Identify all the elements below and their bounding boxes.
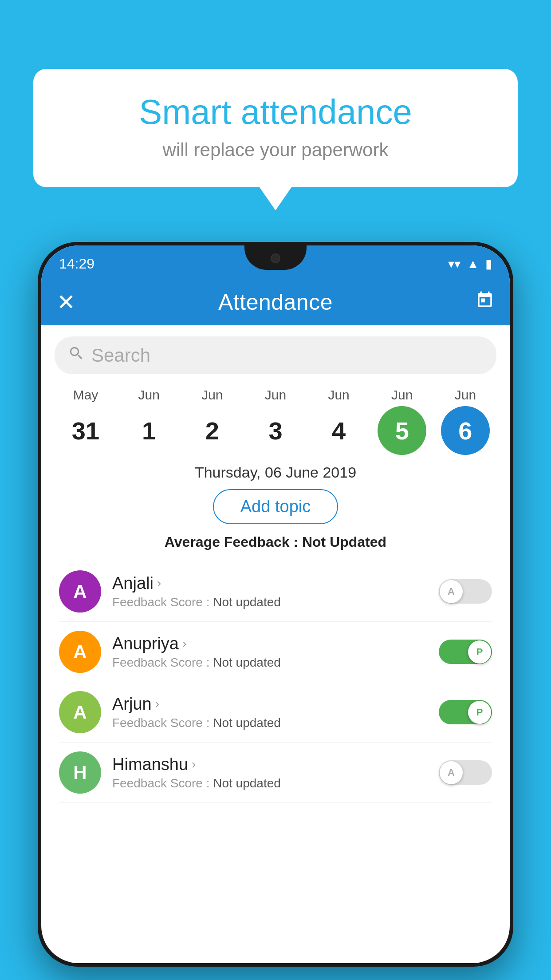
date-cell-jun3[interactable]: Jun 3: [247, 387, 304, 455]
status-icons: ▾▾ ▲ ▮: [448, 257, 492, 271]
app-bar-title: Attendance: [218, 289, 333, 315]
wifi-icon: ▾▾: [448, 257, 460, 271]
avatar-arjun: A: [59, 691, 101, 733]
toggle-anjali[interactable]: A: [439, 579, 492, 604]
student-name-arjun: Arjun ›: [112, 695, 432, 714]
search-icon: [68, 345, 85, 366]
student-name-himanshu: Himanshu ›: [112, 755, 432, 774]
student-info-anupriya[interactable]: Anupriya › Feedback Score : Not updated: [112, 634, 432, 670]
add-topic-button[interactable]: Add topic: [213, 489, 338, 524]
speech-bubble: Smart attendance will replace your paper…: [33, 69, 518, 187]
content-area: Search May 31 Jun 1 Jun 2 Jun 3: [41, 325, 510, 803]
chevron-icon: ›: [155, 697, 159, 711]
phone-screen: 14:29 ▾▾ ▲ ▮ ✕ Attendance: [41, 245, 510, 963]
feedback-score-arjun: Feedback Score : Not updated: [112, 716, 432, 730]
student-name-anjali: Anjali ›: [112, 574, 432, 593]
selected-date: Thursday, 06 June 2019: [55, 464, 496, 481]
avatar-anjali: A: [59, 570, 101, 612]
phone-frame: 14:29 ▾▾ ▲ ▮ ✕ Attendance: [38, 242, 513, 967]
chevron-icon: ›: [182, 636, 186, 651]
student-list: A Anjali › Feedback Score : Not updated …: [55, 561, 496, 803]
feedback-score-anupriya: Feedback Score : Not updated: [112, 656, 432, 670]
date-cell-jun6[interactable]: Jun 6: [437, 387, 494, 455]
calendar-icon[interactable]: [476, 291, 494, 314]
student-row-anjali: A Anjali › Feedback Score : Not updated …: [59, 561, 492, 622]
search-bar[interactable]: Search: [55, 336, 496, 374]
toggle-arjun[interactable]: P: [439, 700, 492, 724]
student-row-arjun: A Arjun › Feedback Score : Not updated P: [59, 682, 492, 743]
date-cell-jun2[interactable]: Jun 2: [183, 387, 241, 455]
average-feedback: Average Feedback : Not Updated: [55, 534, 496, 550]
bubble-subtitle: will replace your paperwork: [60, 139, 491, 161]
battery-icon: ▮: [485, 257, 492, 271]
app-bar: ✕ Attendance: [41, 279, 510, 325]
search-placeholder: Search: [91, 345, 150, 366]
student-info-himanshu[interactable]: Himanshu › Feedback Score : Not updated: [112, 755, 432, 790]
date-cell-jun4[interactable]: Jun 4: [310, 387, 368, 455]
student-name-anupriya: Anupriya ›: [112, 634, 432, 653]
toggle-anupriya[interactable]: P: [439, 640, 492, 664]
date-cell-jun1[interactable]: Jun 1: [120, 387, 178, 455]
feedback-score-anjali: Feedback Score : Not updated: [112, 595, 432, 609]
toggle-himanshu[interactable]: A: [439, 760, 492, 785]
close-button[interactable]: ✕: [57, 289, 75, 315]
avatar-himanshu: H: [59, 751, 101, 794]
date-strip: May 31 Jun 1 Jun 2 Jun 3 Jun 4: [55, 387, 496, 455]
status-time: 14:29: [59, 256, 94, 272]
student-row-himanshu: H Himanshu › Feedback Score : Not update…: [59, 743, 492, 803]
avatar-anupriya: A: [59, 631, 101, 673]
chevron-icon: ›: [157, 576, 161, 590]
feedback-score-himanshu: Feedback Score : Not updated: [112, 776, 432, 790]
student-info-arjun[interactable]: Arjun › Feedback Score : Not updated: [112, 695, 432, 730]
student-info-anjali[interactable]: Anjali › Feedback Score : Not updated: [112, 574, 432, 609]
signal-icon: ▲: [467, 257, 479, 271]
date-cell-jun5[interactable]: Jun 5: [373, 387, 431, 455]
student-row-anupriya: A Anupriya › Feedback Score : Not update…: [59, 622, 492, 682]
camera-dot: [271, 253, 280, 263]
chevron-icon: ›: [192, 757, 196, 771]
date-cell-may31[interactable]: May 31: [57, 387, 114, 455]
bubble-title: Smart attendance: [60, 93, 491, 131]
